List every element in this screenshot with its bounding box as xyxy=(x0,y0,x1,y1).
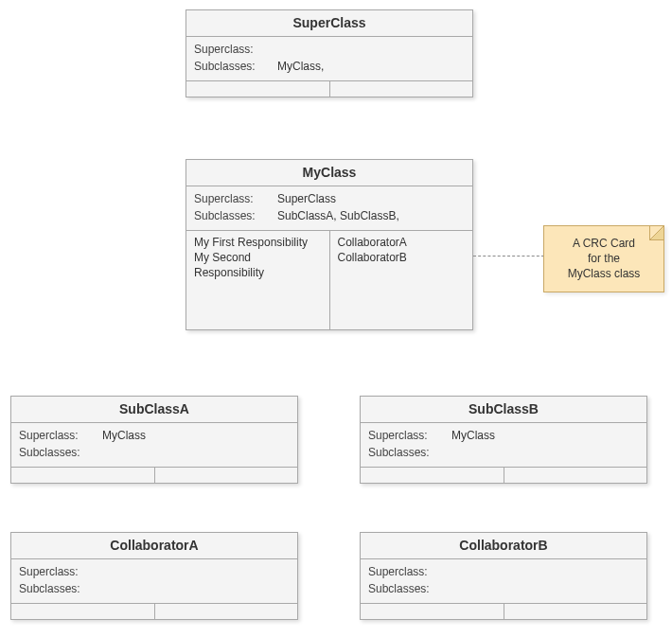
meta-label-subs: Subclasses: xyxy=(19,446,102,459)
meta-label-subs: Subclasses: xyxy=(368,446,451,459)
meta-value-subs xyxy=(451,582,639,595)
responsibilities xyxy=(361,468,504,483)
note-fold-icon xyxy=(649,226,663,240)
card-meta: Superclass: Subclasses: xyxy=(361,559,646,604)
meta-value-super: SuperClass xyxy=(277,192,465,205)
responsibilities xyxy=(361,604,504,619)
crc-card-collaboratora: CollaboratorA Superclass: Subclasses: xyxy=(10,532,298,620)
crc-card-myclass: MyClass Superclass:SuperClass Subclasses… xyxy=(186,159,473,330)
meta-label-subs: Subclasses: xyxy=(19,582,102,595)
sticky-note: A CRC Card for the MyClass class xyxy=(543,225,664,292)
card-body xyxy=(361,468,646,483)
resp-line: My Second xyxy=(194,250,322,265)
collab-line: CollaboratorA xyxy=(338,235,466,250)
collaborators xyxy=(504,604,647,619)
card-meta: Superclass:MyClass Subclasses: xyxy=(11,423,297,468)
meta-value-super: MyClass xyxy=(102,429,290,442)
collaborators xyxy=(330,81,473,97)
crc-diagram: SuperClass Superclass: Subclasses:MyClas… xyxy=(0,0,672,637)
card-title: CollaboratorA xyxy=(11,533,297,559)
meta-value-subs: SubClassA, SubClassB, xyxy=(277,209,465,222)
meta-value-subs xyxy=(102,446,290,459)
card-title: SubClassB xyxy=(361,397,646,423)
responsibilities xyxy=(11,468,155,483)
card-body xyxy=(11,468,297,483)
crc-card-superclass: SuperClass Superclass: Subclasses:MyClas… xyxy=(186,9,473,97)
meta-label-super: Superclass: xyxy=(194,192,277,205)
meta-label-super: Superclass: xyxy=(368,565,451,578)
meta-label-super: Superclass: xyxy=(19,565,102,578)
collaborators: CollaboratorA CollaboratorB xyxy=(330,231,473,329)
resp-line: My First Responsibility xyxy=(194,235,322,250)
card-title: SubClassA xyxy=(11,397,297,423)
meta-value-super xyxy=(102,565,290,578)
card-meta: Superclass: Subclasses:MyClass, xyxy=(186,37,472,81)
collaborators xyxy=(504,468,647,483)
meta-label-super: Superclass: xyxy=(19,429,102,442)
meta-value-subs xyxy=(102,582,290,595)
card-body xyxy=(186,81,472,97)
collab-line: CollaboratorB xyxy=(338,250,466,265)
card-meta: Superclass:MyClass Subclasses: xyxy=(361,423,646,468)
card-title: CollaboratorB xyxy=(361,533,646,559)
note-line: A CRC Card xyxy=(552,236,656,251)
note-connector xyxy=(473,256,544,257)
card-body: My First Responsibility My Second Respon… xyxy=(186,231,472,329)
resp-line: Responsibility xyxy=(194,265,322,280)
meta-value-super xyxy=(277,43,465,56)
meta-label-super: Superclass: xyxy=(194,43,277,56)
meta-label-subs: Subclasses: xyxy=(368,582,451,595)
responsibilities: My First Responsibility My Second Respon… xyxy=(186,231,330,329)
note-line: MyClass class xyxy=(552,266,656,281)
collaborators xyxy=(155,604,298,619)
crc-card-collaboratorb: CollaboratorB Superclass: Subclasses: xyxy=(360,532,647,620)
meta-value-subs: MyClass, xyxy=(277,60,465,73)
meta-label-super: Superclass: xyxy=(368,429,451,442)
card-body xyxy=(11,604,297,619)
card-title: MyClass xyxy=(186,160,472,186)
card-title: SuperClass xyxy=(186,10,472,37)
crc-card-subclassb: SubClassB Superclass:MyClass Subclasses: xyxy=(360,396,647,484)
meta-value-super xyxy=(451,565,639,578)
meta-value-super: MyClass xyxy=(451,429,639,442)
responsibilities xyxy=(186,81,330,97)
meta-label-subs: Subclasses: xyxy=(194,60,277,73)
crc-card-subclassa: SubClassA Superclass:MyClass Subclasses: xyxy=(10,396,298,484)
meta-value-subs xyxy=(451,446,639,459)
responsibilities xyxy=(11,604,155,619)
meta-label-subs: Subclasses: xyxy=(194,209,277,222)
collaborators xyxy=(155,468,298,483)
card-meta: Superclass: Subclasses: xyxy=(11,559,297,604)
note-line: for the xyxy=(552,251,656,266)
card-body xyxy=(361,604,646,619)
card-meta: Superclass:SuperClass Subclasses:SubClas… xyxy=(186,186,472,231)
